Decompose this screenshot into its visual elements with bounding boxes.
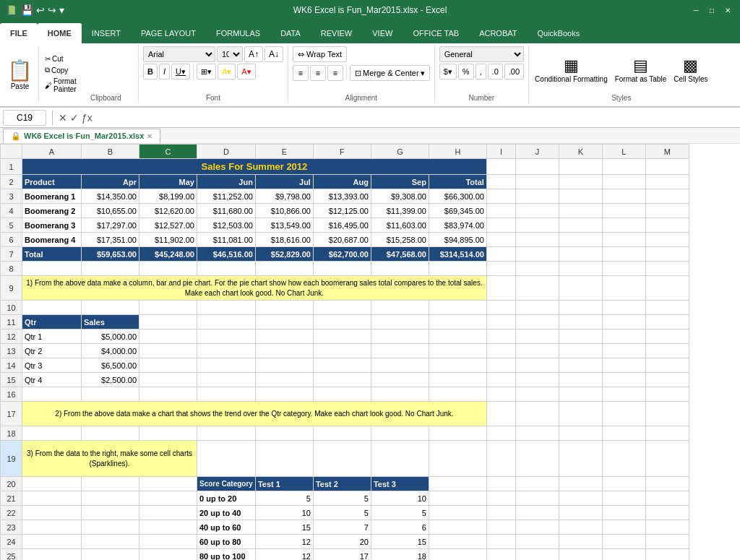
cell-l13[interactable] [602, 344, 645, 358]
cell-j19[interactable] [515, 441, 559, 477]
cell-m20[interactable] [645, 477, 689, 491]
cell-k11[interactable] [559, 315, 602, 329]
cell-e11[interactable] [255, 315, 313, 329]
cell-c3[interactable]: $8,199.00 [139, 189, 197, 204]
cell-a24[interactable] [22, 535, 82, 549]
align-left-button[interactable]: ≡ [293, 65, 309, 81]
cell-h20[interactable] [429, 477, 486, 491]
conditional-formatting-button[interactable]: ▦ Conditional Formatting [533, 55, 609, 85]
percent-button[interactable]: % [458, 64, 474, 79]
cell-l18[interactable] [602, 426, 645, 441]
cell-a1[interactable]: Sales For Summer 2012 [22, 159, 487, 175]
cell-f12[interactable] [313, 329, 371, 344]
cell-k25[interactable] [559, 549, 602, 561]
cell-j1[interactable] [515, 159, 559, 175]
paste-button[interactable]: 📋 Paste [7, 59, 33, 90]
cell-h14[interactable] [429, 358, 486, 373]
row-header-3[interactable]: 3 [1, 189, 22, 204]
cell-l10[interactable] [602, 301, 645, 315]
cell-m18[interactable] [645, 426, 689, 441]
cell-l24[interactable] [602, 535, 645, 549]
cell-c13[interactable] [139, 344, 197, 358]
cell-e8[interactable] [255, 262, 313, 276]
cell-d7[interactable]: $46,516.00 [197, 247, 256, 262]
cell-f7[interactable]: $62,700.00 [313, 247, 371, 262]
cell-b14[interactable]: $6,500.00 [82, 358, 139, 373]
col-header-a[interactable]: A [22, 145, 82, 159]
col-header-m[interactable]: M [645, 145, 689, 159]
cell-h3[interactable]: $66,300.00 [429, 189, 486, 204]
cell-i25[interactable] [486, 549, 515, 561]
cell-e6[interactable]: $18,616.00 [255, 233, 313, 247]
col-header-e[interactable]: E [255, 145, 313, 159]
cell-d19[interactable] [197, 441, 256, 477]
tab-view[interactable]: VIEW [362, 23, 403, 43]
cell-k23[interactable] [559, 520, 602, 535]
cell-i14[interactable] [486, 358, 515, 373]
cell-c12[interactable] [139, 329, 197, 344]
col-header-i[interactable]: I [486, 145, 515, 159]
cell-l8[interactable] [602, 262, 645, 276]
cell-f18[interactable] [313, 426, 371, 441]
cell-b24[interactable] [82, 535, 139, 549]
cell-g19[interactable] [371, 441, 429, 477]
cell-b11[interactable]: Sales [82, 315, 139, 329]
cell-k22[interactable] [559, 506, 602, 520]
cell-f22[interactable]: 5 [313, 506, 371, 520]
cell-c21[interactable] [139, 491, 197, 506]
cell-c6[interactable]: $11,902.00 [139, 233, 197, 247]
cell-f3[interactable]: $13,393.00 [313, 189, 371, 204]
cell-f6[interactable]: $20,687.00 [313, 233, 371, 247]
cell-a19-instruction[interactable]: 3) From the data to the right, make some… [22, 441, 197, 477]
cell-l11[interactable] [602, 315, 645, 329]
col-header-d[interactable]: D [197, 145, 256, 159]
cell-f20[interactable]: Test 2 [313, 477, 371, 491]
spreadsheet-container[interactable]: A B C D E F G H I J K L M 1 Sales For Su… [0, 144, 740, 560]
cell-f19[interactable] [313, 441, 371, 477]
row-header-1[interactable]: 1 [1, 159, 22, 175]
row-header-13[interactable]: 13 [1, 344, 22, 358]
cell-f2[interactable]: Aug [313, 175, 371, 189]
cell-m4[interactable] [645, 204, 689, 218]
cell-c2[interactable]: May [139, 175, 197, 189]
tab-formulas[interactable]: FORMULAS [206, 23, 270, 43]
cell-l6[interactable] [602, 233, 645, 247]
cell-d12[interactable] [197, 329, 256, 344]
cell-m7[interactable] [645, 247, 689, 262]
close-button[interactable]: ✕ [721, 4, 734, 17]
cell-f10[interactable] [313, 301, 371, 315]
cell-e23[interactable]: 15 [255, 520, 313, 535]
tab-acrobat[interactable]: ACROBAT [469, 23, 527, 43]
cell-f11[interactable] [313, 315, 371, 329]
cell-a25[interactable] [22, 549, 82, 561]
cell-k3[interactable] [559, 189, 602, 204]
cell-a14[interactable]: Qtr 3 [22, 358, 82, 373]
cell-h6[interactable]: $94,895.00 [429, 233, 486, 247]
cell-e12[interactable] [255, 329, 313, 344]
cell-k4[interactable] [559, 204, 602, 218]
cell-a9-instruction[interactable]: 1) From the above data make a column, ba… [22, 276, 487, 301]
sheet-close-icon[interactable]: ✕ [147, 132, 152, 140]
cell-g22[interactable]: 5 [371, 506, 429, 520]
cell-i5[interactable] [486, 218, 515, 233]
cell-l19[interactable] [602, 441, 645, 477]
cell-m19[interactable] [645, 441, 689, 477]
cell-j24[interactable] [515, 535, 559, 549]
cell-g25[interactable]: 18 [371, 549, 429, 561]
cell-f15[interactable] [313, 373, 371, 387]
cell-m14[interactable] [645, 358, 689, 373]
number-format-select[interactable]: General [439, 46, 524, 62]
cell-h23[interactable] [429, 520, 486, 535]
cell-k5[interactable] [559, 218, 602, 233]
cell-i19[interactable] [486, 441, 515, 477]
cell-c7[interactable]: $45,248.00 [139, 247, 197, 262]
cell-h12[interactable] [429, 329, 486, 344]
increase-font-button[interactable]: A↑ [244, 46, 263, 62]
cell-c22[interactable] [139, 506, 197, 520]
row-header-2[interactable]: 2 [1, 175, 22, 189]
cell-d18[interactable] [197, 426, 256, 441]
cell-a12[interactable]: Qtr 1 [22, 329, 82, 344]
merge-center-button[interactable]: ⊡ Merge & Center ▾ [350, 65, 430, 81]
cell-l17[interactable] [602, 402, 645, 426]
cell-l14[interactable] [602, 358, 645, 373]
